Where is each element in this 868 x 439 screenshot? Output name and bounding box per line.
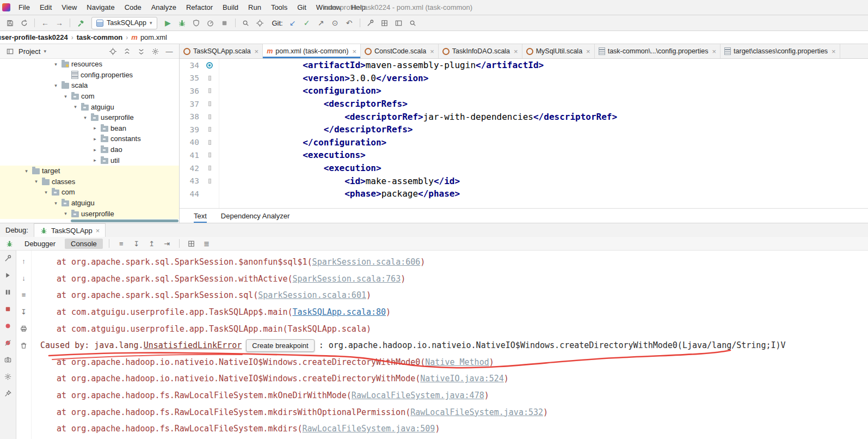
breadcrumb-item-file[interactable]: pom.xml	[140, 33, 167, 41]
stack-trace-link[interactable]: SparkSession.scala:606	[312, 257, 421, 267]
close-icon[interactable]: ×	[586, 47, 590, 56]
screenshot-camera-icon[interactable]	[3, 355, 13, 364]
tree-item-atguigu[interactable]: ▾atguigu	[0, 101, 179, 112]
tab-debugger[interactable]: Debugger	[19, 239, 61, 249]
tree-item-config.properties[interactable]: config.properties	[0, 70, 179, 81]
tree-item-scala[interactable]: ▾scala	[0, 80, 179, 91]
tab-console[interactable]: Console	[65, 239, 103, 249]
tree-item-userprofile[interactable]: ▾userprofile	[0, 112, 179, 123]
profiler-button[interactable]	[204, 17, 217, 29]
close-icon[interactable]: ×	[514, 47, 518, 56]
stack-trace-link[interactable]: Native Method	[425, 357, 489, 367]
tab-text[interactable]: Text	[194, 209, 207, 223]
stop-icon[interactable]	[3, 304, 13, 313]
fold-marker[interactable]	[208, 76, 211, 81]
editor-tab[interactable]: ConstCode.scala×	[361, 44, 439, 58]
editor-tab[interactable]: TaskInfoDAO.scala×	[439, 44, 522, 58]
fold-marker[interactable]	[208, 153, 211, 157]
expand-all-icon[interactable]	[121, 46, 132, 57]
chevron-down-icon[interactable]: ▾	[44, 48, 46, 54]
stack-trace-link[interactable]: UnsatisfiedLinkError	[144, 340, 242, 350]
breadcrumb-item-project[interactable]: user-profile-task0224	[0, 33, 68, 41]
find-in-path-icon[interactable]	[239, 17, 253, 29]
menu-item-refactor[interactable]: Refactor	[181, 0, 218, 15]
git-commit-icon[interactable]: ✓	[300, 17, 313, 29]
menu-item-file[interactable]: File	[14, 0, 35, 15]
breadcrumb-item-module[interactable]: task-common	[77, 33, 123, 41]
close-icon[interactable]: ×	[712, 47, 716, 56]
layout-icon[interactable]	[392, 17, 405, 29]
tree-item-constants[interactable]: ▸constants	[0, 133, 179, 144]
save-icon[interactable]	[3, 17, 16, 29]
menu-item-view[interactable]: View	[57, 0, 82, 15]
view-breakpoints-icon[interactable]	[3, 321, 13, 330]
stack-trace-link[interactable]: SparkSession.scala:763	[292, 274, 401, 284]
search-icon[interactable]	[407, 17, 420, 29]
git-update-icon[interactable]: ↙	[286, 17, 299, 29]
menu-item-run[interactable]: Run	[243, 0, 266, 15]
move-up-icon[interactable]: ↥	[146, 238, 158, 249]
arrow-up-icon[interactable]: ↑	[19, 257, 29, 265]
tree-item-com[interactable]: ▾com	[0, 91, 179, 102]
restore-layout-icon[interactable]: ≣	[201, 238, 213, 249]
maven-plugin-gutter-icon[interactable]	[206, 62, 213, 69]
close-icon[interactable]: ×	[430, 47, 434, 56]
debug-button[interactable]	[176, 17, 189, 29]
structure-icon[interactable]	[378, 17, 391, 29]
fold-marker[interactable]	[208, 179, 211, 184]
git-history-icon[interactable]: ⊙	[329, 17, 342, 29]
tree-item-bean[interactable]: ▸bean	[0, 123, 179, 134]
run-button[interactable]: ▶	[162, 17, 175, 29]
close-icon[interactable]: ×	[255, 47, 259, 56]
project-horizontal-scrollbar[interactable]	[71, 220, 178, 222]
fold-marker[interactable]	[208, 166, 211, 170]
pin-icon[interactable]	[3, 389, 13, 398]
stop-button[interactable]	[218, 17, 231, 29]
editor-tab[interactable]: mpom.xml (task-common)×	[263, 44, 361, 58]
fold-marker[interactable]	[208, 101, 211, 106]
close-icon[interactable]: ×	[832, 47, 836, 56]
settings-gear-icon[interactable]	[3, 372, 13, 381]
arrow-down-icon[interactable]: ↓	[19, 273, 29, 282]
collapse-all-icon[interactable]	[136, 46, 146, 57]
git-push-icon[interactable]: ↗	[315, 17, 328, 29]
close-icon[interactable]: ×	[352, 47, 356, 56]
tree-item-userprofile[interactable]: ▾userprofile	[0, 208, 179, 219]
soft-wrap-icon[interactable]: ≡	[19, 290, 29, 299]
build-hammer-icon[interactable]	[74, 17, 87, 29]
select-opened-file-icon[interactable]	[107, 46, 118, 57]
menu-item-code[interactable]: Code	[120, 0, 146, 15]
tree-item-resources[interactable]: ▾resources	[0, 59, 179, 70]
editor-tab[interactable]: task-common\...\config.properties×	[595, 44, 721, 58]
tree-item-util[interactable]: ▸util	[0, 155, 179, 166]
resume-icon[interactable]	[3, 271, 13, 279]
tab-dependency-analyzer[interactable]: Dependency Analyzer	[221, 209, 290, 223]
menu-item-git[interactable]: Git	[292, 0, 311, 15]
editor-tab[interactable]: MySqlUtil.scala×	[522, 44, 595, 58]
tree-item-dao[interactable]: ▸dao	[0, 144, 179, 155]
trash-icon[interactable]	[19, 341, 29, 350]
print-icon[interactable]	[19, 324, 29, 333]
step-over-bar-icon[interactable]: ⇥	[161, 238, 173, 249]
pause-icon[interactable]	[3, 288, 13, 296]
tree-item-atguigu[interactable]: ▾atguigu	[0, 198, 179, 209]
fold-marker[interactable]	[208, 114, 211, 119]
stack-trace-link[interactable]: NativeIO.java:524	[420, 374, 504, 383]
stack-trace-link[interactable]: TaskSQLApp.scala:80	[292, 307, 386, 317]
settings-gear-icon[interactable]	[150, 46, 161, 57]
tools-wrench-icon[interactable]	[364, 17, 377, 29]
editor-tab[interactable]: TaskSQLApp.scala×	[180, 44, 263, 58]
menu-item-analyze[interactable]: Analyze	[146, 0, 181, 15]
editor-tab[interactable]: target\classes\config.properties×	[721, 44, 840, 58]
forward-icon[interactable]: →	[53, 17, 66, 29]
run-config-selector[interactable]: TaskSQLApp ▾	[91, 17, 157, 29]
fold-marker[interactable]	[208, 88, 211, 93]
stack-trace-link[interactable]: SparkSession.scala:601	[258, 290, 366, 300]
mute-breakpoints-icon[interactable]	[3, 338, 13, 347]
menu-item-build[interactable]: Build	[218, 0, 243, 15]
soft-wrap-icon[interactable]: ≡	[115, 238, 127, 249]
git-rollback-icon[interactable]: ↶	[343, 17, 356, 29]
scroll-to-end-icon[interactable]: ↧	[19, 307, 29, 316]
tree-item-target[interactable]: ▾target	[0, 166, 179, 176]
locate-icon[interactable]	[254, 17, 267, 29]
